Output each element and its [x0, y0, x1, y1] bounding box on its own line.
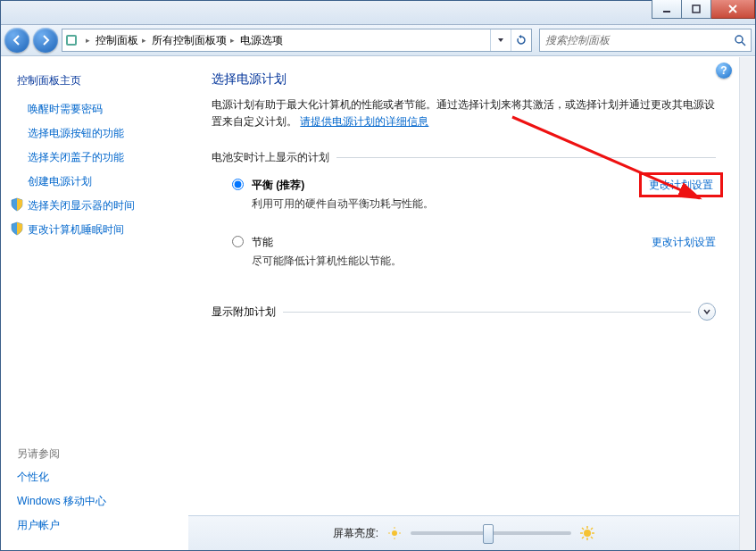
sun-low-icon: [387, 526, 402, 540]
breadcrumb-item[interactable]: 所有控制面板项▸: [150, 33, 237, 48]
svg-rect-3: [68, 37, 75, 44]
forward-button[interactable]: [33, 28, 58, 53]
sidebar-item-wake-password[interactable]: 唤醒时需要密码: [8, 97, 187, 121]
svg-point-7: [392, 530, 397, 536]
sidebar-item-display-off[interactable]: 选择关闭显示器的时间: [8, 194, 187, 218]
svg-rect-1: [693, 5, 700, 13]
search-icon[interactable]: [729, 34, 751, 46]
shield-icon: [10, 221, 24, 236]
address-bar[interactable]: ▸ 控制面板▸ 所有控制面板项▸ 电源选项: [62, 29, 532, 52]
svg-line-17: [582, 528, 584, 530]
slider-thumb[interactable]: [483, 524, 494, 544]
brightness-label: 屏幕亮度:: [333, 526, 378, 541]
plan-radio-saver[interactable]: [232, 236, 244, 247]
change-plan-settings-link[interactable]: 更改计划设置: [652, 235, 716, 250]
page-description: 电源计划有助于最大化计算机的性能或者节能。通过选择计划来将其激活，或选择计划并通…: [212, 96, 716, 130]
breadcrumb-item[interactable]: 控制面板▸: [94, 33, 148, 48]
sidebar-item-lid-close[interactable]: 选择关闭盖子的功能: [8, 146, 187, 170]
sidebar-item-create-plan[interactable]: 创建电源计划: [8, 170, 187, 194]
navbar: ▸ 控制面板▸ 所有控制面板项▸ 电源选项: [1, 25, 755, 56]
content-area: 控制面板主页 唤醒时需要密码 选择电源按钮的功能 选择关闭盖子的功能 创建电源计…: [1, 56, 755, 550]
svg-line-18: [591, 537, 593, 538]
address-dropdown[interactable]: [490, 29, 511, 51]
sidebar-item-sleep-time[interactable]: 更改计算机睡眠时间: [8, 218, 187, 242]
back-button[interactable]: [4, 28, 29, 53]
learn-more-link[interactable]: 请提供电源计划的详细信息: [300, 115, 428, 128]
see-also-mobility-center[interactable]: Windows 移动中心: [8, 489, 187, 513]
vertical-scrollbar[interactable]: [739, 57, 755, 550]
plan-name: 节能: [252, 235, 637, 250]
breadcrumb-sep[interactable]: ▸: [84, 36, 92, 45]
minimize-button[interactable]: [652, 0, 682, 19]
section-header-more: 显示附加计划: [212, 303, 716, 321]
svg-point-4: [735, 36, 743, 43]
window-buttons: [652, 0, 755, 19]
svg-line-5: [742, 42, 745, 46]
svg-line-19: [591, 528, 593, 530]
brightness-slider[interactable]: [411, 531, 571, 535]
see-also-user-accounts[interactable]: 用户帐户: [8, 513, 187, 538]
sidebar: 控制面板主页 唤醒时需要密码 选择电源按钮的功能 选择关闭盖子的功能 创建电源计…: [1, 57, 188, 550]
sun-high-icon: [580, 526, 594, 540]
page-title: 选择电源计划: [212, 71, 716, 88]
plan-desc: 利用可用的硬件自动平衡功耗与性能。: [252, 196, 632, 212]
plan-desc: 尽可能降低计算机性能以节能。: [252, 254, 637, 269]
help-icon[interactable]: ?: [716, 63, 732, 79]
sidebar-home-link[interactable]: 控制面板主页: [17, 73, 187, 88]
brightness-bar: 屏幕亮度:: [188, 515, 739, 550]
power-plan-balanced: 平衡 (推荐) 利用可用的硬件自动平衡功耗与性能。 更改计划设置: [212, 178, 716, 212]
sidebar-item-power-button[interactable]: 选择电源按钮的功能: [8, 121, 187, 146]
control-panel-icon: [62, 29, 80, 51]
shield-icon: [10, 197, 24, 212]
titlebar: [1, 1, 755, 25]
power-plan-saver: 节能 尽可能降低计算机性能以节能。 更改计划设置: [212, 235, 716, 269]
plan-radio-balanced[interactable]: [232, 179, 244, 190]
control-panel-window: ▸ 控制面板▸ 所有控制面板项▸ 电源选项 控制面板主页 唤醒时需要密码 选择电…: [0, 0, 756, 551]
breadcrumb: ▸ 控制面板▸ 所有控制面板项▸ 电源选项: [80, 29, 490, 51]
search-box[interactable]: [539, 29, 752, 52]
close-button[interactable]: [711, 0, 755, 19]
see-also-personalization[interactable]: 个性化: [8, 465, 187, 489]
expand-button[interactable]: [698, 303, 716, 321]
svg-point-12: [584, 530, 591, 537]
see-also-heading: 另请参阅: [8, 443, 187, 465]
change-plan-settings-link[interactable]: 更改计划设置: [646, 178, 716, 193]
svg-rect-0: [663, 11, 670, 13]
maximize-button[interactable]: [682, 0, 711, 19]
refresh-button[interactable]: [511, 29, 531, 51]
section-header-battery: 电池安时计上显示的计划: [212, 150, 716, 165]
svg-line-20: [582, 537, 584, 538]
main-panel: ? 选择电源计划 电源计划有助于最大化计算机的性能或者节能。通过选择计划来将其激…: [188, 57, 739, 550]
plan-name: 平衡 (推荐): [252, 178, 632, 193]
breadcrumb-item[interactable]: 电源选项: [238, 33, 285, 48]
search-input[interactable]: [540, 34, 729, 46]
